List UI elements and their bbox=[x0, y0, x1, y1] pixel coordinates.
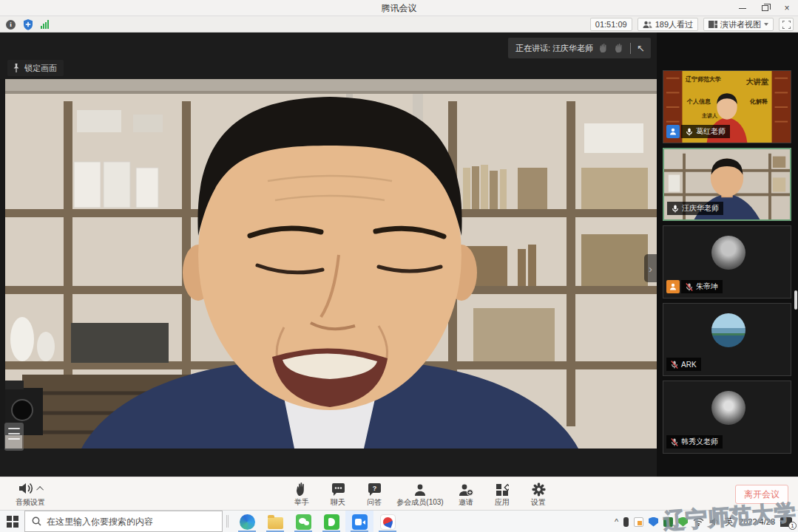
banner-collapse-arrow-icon[interactable]: ↖ bbox=[637, 43, 645, 54]
host-badge-icon bbox=[666, 125, 680, 138]
chat-button[interactable]: 聊天 bbox=[323, 480, 353, 508]
avatar bbox=[711, 313, 745, 347]
tencent-meeting-window: 腾讯会议 × i 01:51:09 189人看 bbox=[0, 0, 798, 532]
participant-name-chip: ARK bbox=[666, 358, 701, 371]
raise-hand-button[interactable]: 举手 bbox=[287, 480, 317, 508]
security-tray-icon[interactable] bbox=[649, 517, 658, 527]
start-button[interactable] bbox=[7, 516, 18, 528]
mic-muted-icon bbox=[671, 437, 678, 447]
participant-tile-zhudikun[interactable]: 朱帝坤 bbox=[663, 225, 791, 299]
taskbar-meeting-button[interactable] bbox=[345, 511, 373, 532]
tray-expand-chevron-icon[interactable]: ^ bbox=[615, 517, 618, 526]
viewers-button[interactable]: 189人看过 bbox=[638, 18, 698, 31]
participant-name: ARK bbox=[681, 361, 697, 369]
file-explorer-icon bbox=[268, 517, 283, 529]
view-mode-caret-icon bbox=[764, 23, 768, 26]
taskbar-redapp-button[interactable] bbox=[373, 511, 402, 532]
antivirus-shield-icon[interactable] bbox=[678, 517, 688, 527]
notification-badge: 1 bbox=[788, 522, 797, 530]
wifi-icon[interactable] bbox=[693, 517, 704, 526]
taskbar-iqiyi-button[interactable] bbox=[317, 511, 345, 532]
sidebar-scrollbar[interactable] bbox=[794, 290, 797, 310]
notification-center-icon[interactable]: 1 bbox=[780, 517, 792, 527]
slide-hall-text: 大讲堂 bbox=[746, 77, 768, 87]
status-left-icons: i bbox=[6, 16, 49, 33]
status-right-controls: 01:51:09 189人看过 演讲者视图 bbox=[590, 18, 794, 31]
wechat-icon bbox=[296, 514, 311, 530]
participant-name-chip: 葛红老师 bbox=[681, 125, 730, 138]
restore-icon bbox=[762, 5, 768, 11]
audio-settings-button[interactable]: 音频设置 bbox=[9, 480, 52, 508]
apps-icon bbox=[496, 483, 509, 497]
settings-gear-icon bbox=[532, 482, 546, 497]
taskbar-search[interactable] bbox=[24, 511, 223, 532]
participant-tile-hanxiuyi[interactable]: 韩秀义老师 bbox=[663, 381, 791, 454]
apps-button[interactable]: 应用 bbox=[487, 480, 517, 508]
taskbar-explorer-button[interactable] bbox=[261, 511, 289, 532]
windows-taskbar: ^ 英 2022/4/28 1 bbox=[0, 510, 798, 532]
participant-name: 朱帝坤 bbox=[696, 282, 718, 292]
chat-icon bbox=[331, 483, 345, 497]
leave-meeting-button[interactable]: 离开会议 bbox=[735, 485, 788, 504]
taskbar-date[interactable]: 2022/4/28 bbox=[739, 517, 775, 526]
network-signal-icon[interactable] bbox=[41, 20, 49, 29]
taskbar-wechat-button[interactable] bbox=[289, 511, 317, 532]
participant-tile-wangqinghua[interactable]: 汪庆华老师 bbox=[663, 148, 791, 221]
mic-muted-icon bbox=[671, 360, 678, 369]
taskbar-edge-button[interactable] bbox=[233, 511, 261, 532]
view-mode-selector[interactable]: 演讲者视图 bbox=[703, 18, 774, 31]
lock-view-label: 锁定画面 bbox=[24, 63, 57, 74]
qa-button[interactable]: ? 问答 bbox=[359, 480, 389, 508]
participant-tile-gehong[interactable]: 辽宁师范大学 大讲堂 个人信息 化解释 主讲人 葛红老师 bbox=[663, 70, 791, 143]
participants-button[interactable]: 参会成员(103) bbox=[396, 480, 444, 508]
usb-device-icon[interactable] bbox=[623, 517, 629, 527]
participants-sidebar: 辽宁师范大学 大讲堂 个人信息 化解释 主讲人 葛红老师 bbox=[657, 33, 798, 477]
participant-name-chip: 朱帝坤 bbox=[681, 280, 723, 293]
cohost-badge-icon bbox=[666, 280, 680, 293]
qa-label: 问答 bbox=[359, 497, 389, 508]
slide-topic-left-text: 个人信息 bbox=[687, 98, 711, 106]
qa-icon: ? bbox=[368, 483, 382, 497]
minimize-button[interactable] bbox=[731, 0, 754, 16]
participant-name: 韩秀义老师 bbox=[681, 437, 718, 447]
slide-topic-right-text: 化解释 bbox=[750, 98, 768, 106]
taskbar-app-icons bbox=[233, 511, 402, 532]
participant-name: 汪庆华老师 bbox=[682, 203, 719, 214]
fullscreen-icon bbox=[782, 21, 791, 29]
restore-button[interactable] bbox=[754, 0, 776, 16]
search-input[interactable] bbox=[47, 516, 215, 527]
audio-options-caret-icon[interactable] bbox=[36, 485, 44, 493]
chevron-right-icon: › bbox=[649, 262, 652, 275]
interpreter-panel[interactable] bbox=[4, 423, 24, 451]
green-app-tray-icon[interactable] bbox=[663, 517, 673, 527]
taskbar-separator bbox=[226, 515, 229, 528]
participant-name: 葛红老师 bbox=[696, 126, 726, 137]
close-button[interactable]: × bbox=[776, 0, 798, 16]
chat-label: 聊天 bbox=[323, 497, 353, 508]
settings-button[interactable]: 设置 bbox=[524, 480, 553, 508]
window-title: 腾讯会议 bbox=[0, 0, 798, 16]
meeting-info-icon[interactable]: i bbox=[6, 20, 16, 30]
fullscreen-button[interactable] bbox=[779, 18, 794, 31]
mic-on-icon bbox=[686, 127, 693, 137]
speaker-icon bbox=[18, 482, 34, 495]
lock-view-button[interactable]: 锁定画面 bbox=[7, 60, 64, 76]
sidebar-collapse-tab[interactable]: › bbox=[644, 254, 657, 282]
leave-meeting-label: 离开会议 bbox=[744, 488, 780, 501]
banner-separator bbox=[630, 43, 631, 54]
security-shield-icon[interactable] bbox=[23, 19, 33, 30]
ime-language-indicator[interactable]: 英 bbox=[725, 516, 734, 528]
participant-tile-ark[interactable]: ARK bbox=[663, 303, 791, 376]
invite-button[interactable]: 邀请 bbox=[451, 480, 481, 508]
meeting-toolbar: 音频设置 举手 聊天 ? 问答 参会成员(103) 邀请 bbox=[0, 477, 798, 510]
main-video-stage: 正在讲话: 汪庆华老师 ↖ 锁定画面 bbox=[0, 33, 657, 477]
participants-icon bbox=[413, 483, 427, 497]
tencent-meeting-icon bbox=[352, 514, 368, 530]
active-speaker-banner: 正在讲话: 汪庆华老师 ↖ bbox=[508, 38, 651, 58]
volume-icon[interactable] bbox=[709, 517, 720, 526]
participant-name-chip: 汪庆华老师 bbox=[667, 202, 723, 215]
toolbar-center-items: 举手 聊天 ? 问答 参会成员(103) 邀请 应用 bbox=[287, 480, 553, 508]
avatar bbox=[711, 236, 745, 270]
photo-viewer-icon[interactable] bbox=[634, 517, 643, 527]
iqiyi-icon bbox=[324, 514, 339, 530]
